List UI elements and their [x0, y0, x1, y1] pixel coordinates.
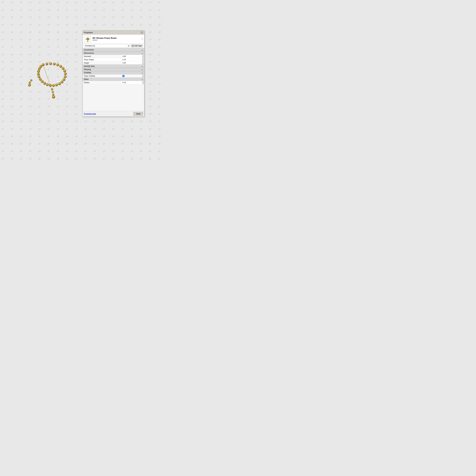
object-type: Wood [93, 39, 140, 41]
section-identity-data-label: Identity Data [84, 65, 95, 67]
object-info: RD_Mosque Prayer Beads Wood [93, 37, 140, 41]
rope-visibility-checkbox[interactable] [122, 75, 124, 77]
edit-type-icon [132, 45, 134, 47]
other-collapse-icon: ▲ [141, 79, 143, 80]
prop-label-height: Height [83, 61, 121, 64]
section-visibility-label: Visibility [84, 72, 91, 74]
prop-value-radius[interactable]: 0.43 [121, 81, 142, 84]
prop-label-rope-height: Rope Height [83, 58, 121, 61]
prop-label-radius: Radius [83, 81, 121, 84]
edit-type-button[interactable]: Edit Type [131, 44, 143, 48]
section-visibility[interactable]: Visibility ▲ [83, 71, 144, 74]
svg-point-38 [87, 41, 88, 42]
svg-point-7 [63, 70, 66, 72]
svg-point-10 [63, 78, 65, 81]
prop-row-diameter: Diameter 0.85 … [83, 55, 144, 58]
svg-point-24 [40, 65, 42, 68]
section-constraints-label: Constraints [84, 49, 94, 51]
svg-point-21 [37, 73, 40, 75]
svg-point-6 [62, 67, 64, 70]
prop-btn-height[interactable]: … [142, 61, 144, 64]
svg-rect-39 [132, 45, 133, 46]
section-phasing-label: Phasing [84, 68, 91, 70]
prop-row-height: Height 0.85 … [83, 61, 144, 65]
apply-button[interactable]: Apply [134, 112, 143, 116]
svg-point-17 [43, 82, 46, 85]
section-phasing[interactable]: Phasing ▲ [83, 68, 144, 71]
svg-point-30 [30, 79, 32, 81]
object-thumbnail [84, 35, 91, 43]
phasing-collapse-icon: ▲ [141, 69, 143, 70]
svg-rect-42 [133, 46, 134, 47]
prop-label-diameter: Diameter [83, 55, 121, 58]
prop-row-rope-height: Rope Height 0.20 … [83, 58, 144, 61]
svg-point-5 [59, 65, 62, 68]
svg-point-8 [64, 72, 67, 75]
section-other[interactable]: Other ▲ [83, 78, 144, 81]
svg-point-13 [55, 84, 58, 86]
prop-btn-rope-height[interactable]: … [142, 58, 144, 61]
close-button[interactable]: × [141, 31, 143, 34]
category-row: Furniture (1) Edit Type [83, 44, 144, 48]
category-select[interactable]: Furniture (1) [84, 44, 130, 48]
section-identity-data[interactable]: Identity Data ▲ [83, 65, 144, 68]
svg-rect-41 [132, 46, 133, 47]
svg-point-23 [38, 67, 41, 70]
beads-area [12, 56, 74, 100]
svg-point-20 [38, 75, 40, 78]
svg-point-18 [41, 80, 44, 83]
prop-value-rope-height[interactable]: 0.20 [121, 58, 142, 61]
section-dimensions-label: Dimensions [84, 52, 94, 54]
svg-point-9 [64, 75, 67, 78]
svg-point-3 [53, 63, 56, 65]
constraints-collapse-icon: ▲ [141, 49, 143, 51]
svg-point-32 [28, 84, 31, 86]
svg-point-19 [39, 78, 42, 81]
svg-point-12 [58, 82, 61, 85]
panel-bottom: Properties help Apply [83, 111, 144, 117]
panel-spacer [83, 84, 144, 111]
svg-point-28 [52, 94, 54, 96]
svg-point-29 [52, 96, 55, 99]
prop-value-height[interactable]: 0.85 [121, 61, 142, 64]
svg-point-26 [51, 88, 53, 90]
svg-point-16 [46, 83, 49, 86]
object-dropdown-arrow[interactable]: ▼ [141, 38, 143, 40]
svg-line-25 [43, 65, 52, 91]
svg-point-4 [56, 64, 59, 66]
edit-type-label: Edit Type [135, 45, 142, 47]
svg-point-11 [61, 81, 63, 83]
object-header: RD_Mosque Prayer Beads Wood ▼ [83, 34, 144, 44]
properties-panel: Properties × RD_Mosque P [83, 31, 144, 117]
svg-point-27 [52, 91, 54, 93]
section-dimensions[interactable]: Dimensions ▲ [83, 51, 144, 55]
visibility-collapse-icon: ▲ [141, 72, 143, 74]
prop-btn-rope-visibility[interactable]: … [142, 74, 144, 78]
object-name: RD_Mosque Prayer Beads [93, 37, 140, 39]
identity-data-collapse-icon: ▲ [141, 66, 143, 67]
svg-point-2 [49, 62, 52, 65]
panel-titlebar: Properties × [83, 31, 144, 34]
svg-point-14 [52, 84, 55, 87]
panel-title: Properties [84, 31, 93, 34]
prop-checkbox-rope-visibility[interactable] [121, 74, 142, 78]
svg-rect-40 [133, 45, 134, 46]
prop-row-rope-visibility: Rope Visibility … [83, 74, 144, 78]
dimensions-collapse-icon: ▲ [141, 52, 143, 54]
svg-point-31 [29, 82, 31, 84]
prop-btn-radius[interactable]: … [142, 81, 144, 84]
prop-row-radius: Radius 0.43 … [83, 81, 144, 84]
section-other-label: Other [84, 78, 89, 80]
svg-point-22 [37, 70, 40, 73]
svg-point-1 [46, 63, 48, 65]
prop-label-rope-visibility: Rope Visibility [83, 74, 121, 78]
section-constraints[interactable]: Constraints ▲ [83, 48, 144, 51]
properties-help-link[interactable]: Properties help [84, 113, 96, 115]
prop-btn-diameter[interactable]: … [142, 55, 144, 58]
prop-value-diameter[interactable]: 0.85 [121, 55, 142, 58]
